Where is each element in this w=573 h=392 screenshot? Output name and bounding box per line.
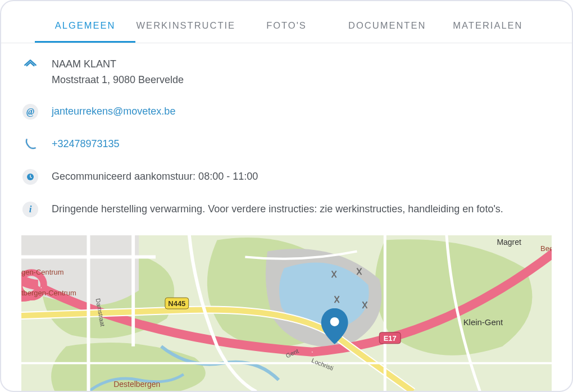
map-label-gencentrum: gen-Centrum	[21, 268, 64, 276]
map-label-destelbergen: Destelbergen	[113, 380, 160, 389]
detail-card: ALGEMEEN WERKINSTRUCTIE FOTO'S DOCUMENTE…	[0, 0, 573, 392]
map-label-tbergen: tbergen-Centrum	[21, 289, 76, 297]
map-shield-n445: N445	[168, 299, 185, 308]
phone-icon	[21, 135, 39, 153]
map-label-beers: Beers	[540, 244, 552, 253]
tab-algemeen[interactable]: ALGEMEEN	[35, 8, 135, 43]
email-row: @ janteurrekens@movetex.be	[21, 103, 552, 121]
map-shield-e17: E17	[384, 334, 397, 343]
tab-bar: ALGEMEEN WERKINSTRUCTIE FOTO'S DOCUMENTE…	[1, 8, 572, 43]
arrival-text: Gecommuniceerd aankomstuur: 08:00 - 11:0…	[52, 169, 258, 185]
arrival-row: Gecommuniceerd aankomstuur: 08:00 - 11:0…	[21, 168, 552, 186]
map-label-magret: Magret	[497, 238, 521, 247]
phone-row: +32478973135	[21, 135, 552, 153]
content-panel: NAAM KLANT Moststraat 1, 9080 Beervelde …	[1, 43, 572, 218]
customer-row: NAAM KLANT Moststraat 1, 9080 Beervelde	[21, 57, 552, 88]
notes-row: i Dringende herstelling verwarming. Voor…	[21, 200, 552, 218]
tab-materialen[interactable]: MATERIALEN	[438, 8, 538, 43]
clock-icon	[21, 168, 39, 186]
home-icon	[21, 57, 39, 75]
notes-text: Dringende herstelling verwarming. Voor v…	[52, 202, 503, 217]
map[interactable]: N445 E17 Magret Klein-Gent Destelbergen …	[21, 235, 552, 391]
tab-fotos[interactable]: FOTO'S	[236, 8, 336, 43]
info-icon: i	[21, 200, 39, 218]
tab-werkinstructie[interactable]: WERKINSTRUCTIE	[135, 8, 236, 43]
tab-documenten[interactable]: DOCUMENTEN	[337, 8, 438, 43]
email-icon: @	[21, 103, 39, 121]
phone-link[interactable]: +32478973135	[52, 136, 120, 152]
svg-point-6	[330, 317, 339, 326]
customer-address: Moststraat 1, 9080 Beervelde	[52, 72, 184, 88]
email-link[interactable]: janteurrekens@movetex.be	[52, 104, 175, 120]
customer-name: NAAM KLANT	[52, 57, 184, 72]
map-label-kleingent: Klein-Gent	[463, 317, 503, 327]
